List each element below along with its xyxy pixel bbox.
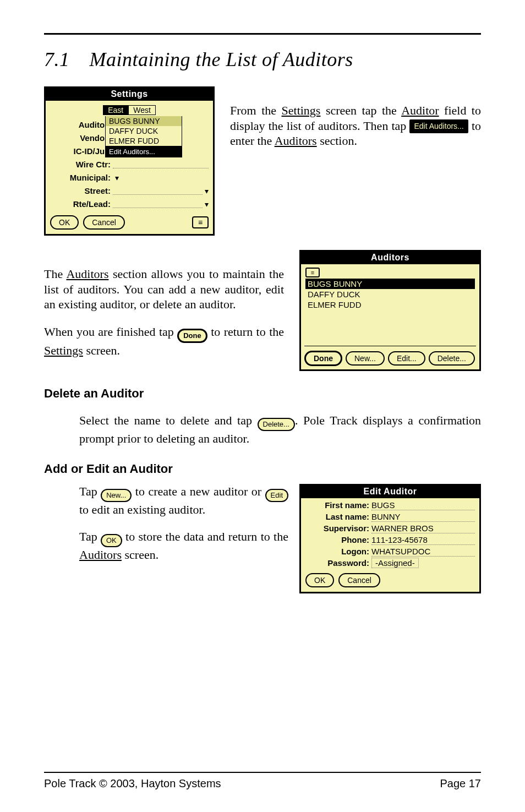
auditors-new-button[interactable]: New...	[346, 351, 385, 366]
street-dropdown-icon[interactable]	[203, 186, 209, 195]
lbl-icidjur: IC-ID/Jur:	[50, 146, 113, 156]
edit-cancel-button[interactable]: Cancel	[338, 573, 380, 587]
add-paragraph-1: Tap New... to create a new auditor or Ed…	[79, 484, 288, 517]
municipal-dropdown-icon[interactable]	[113, 173, 119, 182]
auditor-opt-1[interactable]: BUGS BUNNY	[106, 116, 182, 126]
settings-ok-button[interactable]: OK	[50, 215, 79, 230]
fld-password[interactable]: -Assigned-	[371, 558, 419, 568]
auditor-dropdown: BUGS BUNNY DAFFY DUCK ELMER FUDD Edit Au…	[105, 116, 182, 157]
list-item[interactable]: ELMER FUDD	[305, 299, 475, 310]
lbl-supervisor: Supervisor:	[305, 524, 371, 533]
link-settings: Settings	[282, 103, 321, 117]
footer-left: Pole Track © 2003, Hayton Systems	[44, 777, 221, 790]
footer-right: Page 17	[440, 777, 481, 790]
lbl-vendor: Vendor:	[50, 133, 113, 143]
add-edit-heading: Add or Edit an Auditor	[44, 462, 481, 476]
add-paragraph-2: Tap OK to store the data and return to t…	[79, 529, 288, 563]
settings-tabs: EastWest	[50, 105, 209, 115]
lbl-auditor: Auditor:	[50, 120, 113, 129]
chip-ok[interactable]: OK	[101, 534, 122, 547]
chip-edit-auditors[interactable]: Edit Auditors...	[409, 119, 468, 134]
list-item[interactable]: DAFFY DUCK	[305, 289, 475, 299]
settings-cancel-button[interactable]: Cancel	[83, 215, 125, 230]
fld-phone[interactable]: 111-123-45678	[371, 535, 475, 545]
intro-paragraph: From the Settings screen tap the Auditor…	[230, 103, 481, 149]
section-heading: 7.1Maintaining the List of Auditors	[44, 48, 481, 71]
tab-west[interactable]: West	[128, 105, 156, 115]
delete-heading: Delete an Auditor	[44, 386, 481, 401]
delete-paragraph: Select the name to delete and tap Delete…	[79, 413, 481, 446]
lbl-last: Last name:	[305, 512, 371, 521]
link-auditor-field: Auditor	[401, 103, 439, 117]
menu-icon[interactable]	[305, 268, 320, 277]
auditors-edit-button[interactable]: Edit...	[388, 351, 425, 366]
lbl-rtelead: Rte/Lead:	[50, 199, 113, 209]
settings-title: Settings	[46, 88, 213, 101]
auditors-delete-button[interactable]: Delete...	[429, 351, 475, 366]
auditors-listbox: BUGS BUNNY DAFFY DUCK ELMER FUDD	[304, 266, 476, 346]
auditors-screenshot: Auditors BUGS BUNNY DAFFY DUCK ELMER FUD…	[299, 250, 481, 371]
tab-east[interactable]: East	[103, 105, 128, 115]
lbl-municipal: Municipal:	[50, 173, 113, 182]
auditors-title: Auditors	[301, 252, 479, 264]
auditor-opt-3[interactable]: ELMER FUDD	[106, 136, 182, 146]
menu-icon[interactable]	[192, 216, 209, 228]
fld-last[interactable]: BUNNY	[371, 512, 475, 522]
lbl-password: Password:	[305, 558, 371, 568]
lbl-street: Street:	[50, 186, 113, 195]
done-paragraph: When you are finished tap Done to return…	[44, 324, 284, 358]
edit-auditor-screenshot: Edit Auditor First name:BUGS Last name:B…	[299, 484, 481, 593]
fld-logon[interactable]: WHATSUPDOC	[371, 547, 475, 557]
fld-first[interactable]: BUGS	[371, 500, 475, 510]
auditors-done-button[interactable]: Done	[304, 351, 342, 366]
auditors-explain-paragraph: The Auditors section allows you to maint…	[44, 266, 284, 312]
lbl-first: First name:	[305, 500, 371, 510]
chip-edit[interactable]: Edit	[265, 489, 288, 502]
section-number: 7.1	[44, 48, 70, 70]
list-item[interactable]: BUGS BUNNY	[305, 279, 475, 289]
rtelead-dropdown-icon[interactable]	[203, 199, 209, 209]
settings-screenshot: Settings EastWest BUGS BUNNY DAFFY DUCK …	[44, 86, 215, 236]
auditor-opt-edit[interactable]: Edit Auditors...	[106, 146, 182, 157]
chip-done[interactable]: Done	[177, 329, 207, 343]
section-title: Maintaining the List of Auditors	[90, 48, 353, 70]
chip-delete[interactable]: Delete...	[258, 418, 295, 431]
edit-ok-button[interactable]: OK	[305, 573, 334, 587]
lbl-wirectr: Wire Ctr:	[50, 160, 113, 169]
lbl-logon: Logon:	[305, 547, 371, 556]
chip-new[interactable]: New...	[101, 489, 132, 502]
link-auditors-section: Auditors	[275, 134, 317, 148]
edit-auditor-title: Edit Auditor	[301, 486, 479, 498]
auditor-opt-2[interactable]: DAFFY DUCK	[106, 126, 182, 136]
footer-rule	[44, 772, 481, 773]
fld-supervisor[interactable]: WARNER BROS	[371, 524, 475, 533]
top-rule	[44, 33, 481, 35]
footer: Pole Track © 2003, Hayton Systems Page 1…	[44, 772, 481, 790]
lbl-phone: Phone:	[305, 535, 371, 544]
